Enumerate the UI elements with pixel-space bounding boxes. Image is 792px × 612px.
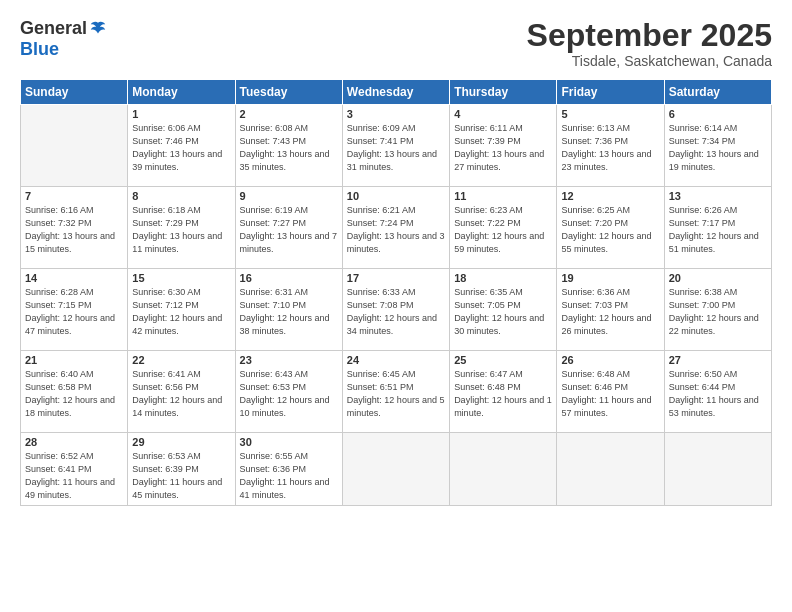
day-cell-3: 3Sunrise: 6:09 AMSunset: 7:41 PMDaylight…: [342, 105, 449, 187]
header: General Blue September 2025 Tisdale, Sas…: [20, 18, 772, 69]
day-number: 8: [132, 190, 230, 202]
day-cell-24: 24Sunrise: 6:45 AMSunset: 6:51 PMDayligh…: [342, 351, 449, 433]
day-cell-17: 17Sunrise: 6:33 AMSunset: 7:08 PMDayligh…: [342, 269, 449, 351]
day-number: 12: [561, 190, 659, 202]
day-cell-11: 11Sunrise: 6:23 AMSunset: 7:22 PMDayligh…: [450, 187, 557, 269]
day-info: Sunrise: 6:23 AMSunset: 7:22 PMDaylight:…: [454, 204, 552, 256]
day-number: 28: [25, 436, 123, 448]
day-number: 6: [669, 108, 767, 120]
day-number: 23: [240, 354, 338, 366]
day-cell-20: 20Sunrise: 6:38 AMSunset: 7:00 PMDayligh…: [664, 269, 771, 351]
day-info: Sunrise: 6:47 AMSunset: 6:48 PMDaylight:…: [454, 368, 552, 420]
day-info: Sunrise: 6:30 AMSunset: 7:12 PMDaylight:…: [132, 286, 230, 338]
day-info: Sunrise: 6:19 AMSunset: 7:27 PMDaylight:…: [240, 204, 338, 256]
day-number: 3: [347, 108, 445, 120]
location: Tisdale, Saskatchewan, Canada: [527, 53, 772, 69]
day-info: Sunrise: 6:33 AMSunset: 7:08 PMDaylight:…: [347, 286, 445, 338]
day-info: Sunrise: 6:35 AMSunset: 7:05 PMDaylight:…: [454, 286, 552, 338]
day-info: Sunrise: 6:18 AMSunset: 7:29 PMDaylight:…: [132, 204, 230, 256]
day-number: 25: [454, 354, 552, 366]
day-info: Sunrise: 6:36 AMSunset: 7:03 PMDaylight:…: [561, 286, 659, 338]
day-number: 30: [240, 436, 338, 448]
day-info: Sunrise: 6:13 AMSunset: 7:36 PMDaylight:…: [561, 122, 659, 174]
day-info: Sunrise: 6:45 AMSunset: 6:51 PMDaylight:…: [347, 368, 445, 420]
logo-blue-text: Blue: [20, 39, 59, 60]
empty-cell: [557, 433, 664, 506]
day-cell-7: 7Sunrise: 6:16 AMSunset: 7:32 PMDaylight…: [21, 187, 128, 269]
day-number: 11: [454, 190, 552, 202]
day-cell-8: 8Sunrise: 6:18 AMSunset: 7:29 PMDaylight…: [128, 187, 235, 269]
day-header-wednesday: Wednesday: [342, 80, 449, 105]
day-number: 16: [240, 272, 338, 284]
day-info: Sunrise: 6:16 AMSunset: 7:32 PMDaylight:…: [25, 204, 123, 256]
day-number: 13: [669, 190, 767, 202]
empty-cell: [450, 433, 557, 506]
week-row-4: 21Sunrise: 6:40 AMSunset: 6:58 PMDayligh…: [21, 351, 772, 433]
week-row-1: 1Sunrise: 6:06 AMSunset: 7:46 PMDaylight…: [21, 105, 772, 187]
day-cell-23: 23Sunrise: 6:43 AMSunset: 6:53 PMDayligh…: [235, 351, 342, 433]
day-cell-18: 18Sunrise: 6:35 AMSunset: 7:05 PMDayligh…: [450, 269, 557, 351]
day-info: Sunrise: 6:52 AMSunset: 6:41 PMDaylight:…: [25, 450, 123, 502]
empty-cell: [664, 433, 771, 506]
day-info: Sunrise: 6:14 AMSunset: 7:34 PMDaylight:…: [669, 122, 767, 174]
logo-bird-icon: [89, 20, 107, 38]
day-header-friday: Friday: [557, 80, 664, 105]
day-number: 15: [132, 272, 230, 284]
day-cell-13: 13Sunrise: 6:26 AMSunset: 7:17 PMDayligh…: [664, 187, 771, 269]
day-cell-2: 2Sunrise: 6:08 AMSunset: 7:43 PMDaylight…: [235, 105, 342, 187]
week-row-5: 28Sunrise: 6:52 AMSunset: 6:41 PMDayligh…: [21, 433, 772, 506]
day-cell-9: 9Sunrise: 6:19 AMSunset: 7:27 PMDaylight…: [235, 187, 342, 269]
day-info: Sunrise: 6:09 AMSunset: 7:41 PMDaylight:…: [347, 122, 445, 174]
day-cell-5: 5Sunrise: 6:13 AMSunset: 7:36 PMDaylight…: [557, 105, 664, 187]
day-info: Sunrise: 6:55 AMSunset: 6:36 PMDaylight:…: [240, 450, 338, 502]
day-info: Sunrise: 6:41 AMSunset: 6:56 PMDaylight:…: [132, 368, 230, 420]
week-row-3: 14Sunrise: 6:28 AMSunset: 7:15 PMDayligh…: [21, 269, 772, 351]
day-cell-15: 15Sunrise: 6:30 AMSunset: 7:12 PMDayligh…: [128, 269, 235, 351]
day-cell-27: 27Sunrise: 6:50 AMSunset: 6:44 PMDayligh…: [664, 351, 771, 433]
day-number: 21: [25, 354, 123, 366]
day-cell-28: 28Sunrise: 6:52 AMSunset: 6:41 PMDayligh…: [21, 433, 128, 506]
day-info: Sunrise: 6:11 AMSunset: 7:39 PMDaylight:…: [454, 122, 552, 174]
calendar: SundayMondayTuesdayWednesdayThursdayFrid…: [20, 79, 772, 506]
calendar-header-row: SundayMondayTuesdayWednesdayThursdayFrid…: [21, 80, 772, 105]
day-cell-30: 30Sunrise: 6:55 AMSunset: 6:36 PMDayligh…: [235, 433, 342, 506]
logo: General Blue: [20, 18, 107, 60]
day-header-saturday: Saturday: [664, 80, 771, 105]
empty-cell: [342, 433, 449, 506]
day-header-monday: Monday: [128, 80, 235, 105]
day-header-tuesday: Tuesday: [235, 80, 342, 105]
day-cell-1: 1Sunrise: 6:06 AMSunset: 7:46 PMDaylight…: [128, 105, 235, 187]
day-number: 22: [132, 354, 230, 366]
day-info: Sunrise: 6:40 AMSunset: 6:58 PMDaylight:…: [25, 368, 123, 420]
day-cell-22: 22Sunrise: 6:41 AMSunset: 6:56 PMDayligh…: [128, 351, 235, 433]
day-cell-12: 12Sunrise: 6:25 AMSunset: 7:20 PMDayligh…: [557, 187, 664, 269]
day-info: Sunrise: 6:26 AMSunset: 7:17 PMDaylight:…: [669, 204, 767, 256]
day-cell-14: 14Sunrise: 6:28 AMSunset: 7:15 PMDayligh…: [21, 269, 128, 351]
day-number: 18: [454, 272, 552, 284]
day-cell-6: 6Sunrise: 6:14 AMSunset: 7:34 PMDaylight…: [664, 105, 771, 187]
day-number: 26: [561, 354, 659, 366]
day-cell-10: 10Sunrise: 6:21 AMSunset: 7:24 PMDayligh…: [342, 187, 449, 269]
day-number: 27: [669, 354, 767, 366]
title-block: September 2025 Tisdale, Saskatchewan, Ca…: [527, 18, 772, 69]
day-info: Sunrise: 6:06 AMSunset: 7:46 PMDaylight:…: [132, 122, 230, 174]
day-number: 19: [561, 272, 659, 284]
day-info: Sunrise: 6:25 AMSunset: 7:20 PMDaylight:…: [561, 204, 659, 256]
day-cell-16: 16Sunrise: 6:31 AMSunset: 7:10 PMDayligh…: [235, 269, 342, 351]
day-info: Sunrise: 6:21 AMSunset: 7:24 PMDaylight:…: [347, 204, 445, 256]
day-number: 9: [240, 190, 338, 202]
day-cell-25: 25Sunrise: 6:47 AMSunset: 6:48 PMDayligh…: [450, 351, 557, 433]
day-number: 2: [240, 108, 338, 120]
day-number: 7: [25, 190, 123, 202]
day-cell-19: 19Sunrise: 6:36 AMSunset: 7:03 PMDayligh…: [557, 269, 664, 351]
logo-general-text: General: [20, 18, 87, 39]
day-number: 1: [132, 108, 230, 120]
day-header-thursday: Thursday: [450, 80, 557, 105]
day-number: 4: [454, 108, 552, 120]
day-number: 5: [561, 108, 659, 120]
day-number: 29: [132, 436, 230, 448]
page: General Blue September 2025 Tisdale, Sas…: [0, 0, 792, 612]
day-info: Sunrise: 6:48 AMSunset: 6:46 PMDaylight:…: [561, 368, 659, 420]
day-cell-26: 26Sunrise: 6:48 AMSunset: 6:46 PMDayligh…: [557, 351, 664, 433]
day-number: 20: [669, 272, 767, 284]
